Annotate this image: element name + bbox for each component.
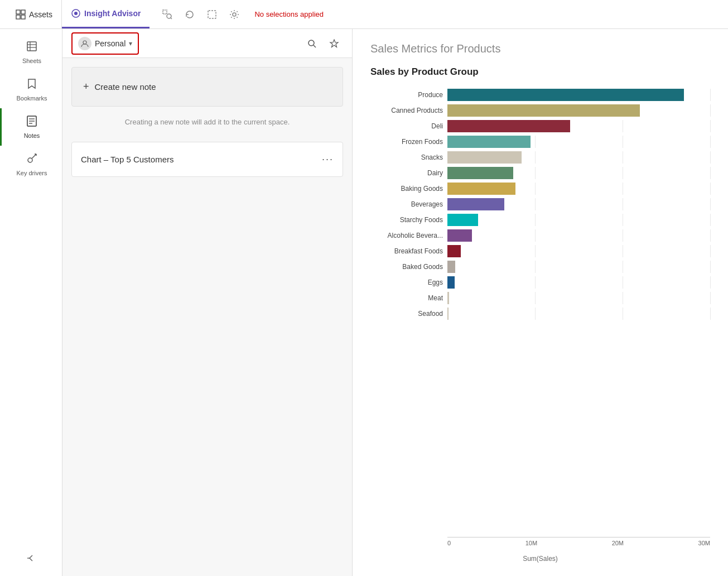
panel-header: Personal ▾ xyxy=(62,29,352,58)
bar-fill xyxy=(447,308,449,320)
notes-label: Notes xyxy=(24,132,40,139)
bar-fill xyxy=(447,214,478,226)
svg-line-26 xyxy=(314,45,316,47)
svg-rect-9 xyxy=(208,11,216,18)
chart-subtitle: Sales by Product Group xyxy=(370,66,710,78)
svg-point-25 xyxy=(308,40,314,46)
bar-label: Canned Products xyxy=(370,107,443,114)
bar-row: Canned Products xyxy=(370,104,710,117)
panel-pin-button[interactable] xyxy=(325,35,343,52)
svg-line-20 xyxy=(32,154,36,159)
bar-row: Frozen Foods xyxy=(370,136,710,148)
bar-track xyxy=(447,136,710,148)
personal-label: Personal xyxy=(95,39,126,48)
bar-row: Baked Goods xyxy=(370,261,710,273)
bar-label: Breakfast Foods xyxy=(370,247,443,255)
bar-fill xyxy=(447,198,504,210)
bookmarks-label: Bookmarks xyxy=(16,95,47,102)
bar-track xyxy=(447,245,710,257)
insight-icon xyxy=(71,8,81,18)
svg-rect-0 xyxy=(16,10,20,14)
svg-rect-6 xyxy=(163,10,167,14)
sheets-icon xyxy=(26,40,38,55)
x-label-0: 0 xyxy=(447,540,451,546)
svg-point-19 xyxy=(28,158,32,162)
bar-label: Beverages xyxy=(370,200,443,208)
plus-icon: + xyxy=(83,81,89,93)
select-back-button[interactable] xyxy=(203,6,221,23)
sidebar-item-sheets[interactable]: Sheets xyxy=(0,33,62,71)
bar-label: Baking Goods xyxy=(370,185,443,193)
main-layout: Sheets Bookmarks Notes xyxy=(0,29,728,576)
svg-point-7 xyxy=(167,14,171,18)
bar-track xyxy=(447,104,710,117)
bar-track xyxy=(447,120,710,132)
sidebar-item-notes[interactable]: Notes xyxy=(0,108,62,146)
bar-row: Starchy Foods xyxy=(370,214,710,226)
x-axis-labels: 0 10M 20M 30M xyxy=(447,537,710,546)
refresh-button[interactable] xyxy=(181,6,199,23)
notes-panel: Personal ▾ + Create new note xyxy=(62,29,353,576)
bar-chart: ProduceCanned ProductsDeliFrozen FoodsSn… xyxy=(370,89,710,532)
bar-row: Alcoholic Bevera... xyxy=(370,229,710,242)
bar-track xyxy=(447,198,710,210)
sidebar-item-key-drivers[interactable]: Key drivers xyxy=(0,146,62,183)
bar-fill xyxy=(447,292,449,304)
personal-dropdown[interactable]: Personal ▾ xyxy=(71,32,139,55)
assets-tab[interactable]: Assets xyxy=(7,0,62,28)
bar-track xyxy=(447,214,710,226)
key-drivers-label: Key drivers xyxy=(16,170,47,176)
insight-advisor-label: Insight Advisor xyxy=(84,9,141,18)
bar-label: Deli xyxy=(370,122,443,130)
panel-search-button[interactable] xyxy=(303,35,321,52)
chevron-down-icon: ▾ xyxy=(129,40,132,47)
bar-track xyxy=(447,151,710,164)
icon-sidebar: Sheets Bookmarks Notes xyxy=(0,29,62,576)
insight-advisor-tab[interactable]: Insight Advisor xyxy=(62,0,150,28)
bar-label: Produce xyxy=(370,91,443,99)
bar-fill xyxy=(447,183,515,195)
x-label-30m: 30M xyxy=(698,540,710,546)
chart-page-title: Sales Metrics for Products xyxy=(370,42,710,55)
bar-row: Seafood xyxy=(370,308,710,320)
bar-fill xyxy=(447,136,531,148)
collapse-button[interactable] xyxy=(22,549,40,567)
bar-fill xyxy=(447,120,570,132)
bar-track xyxy=(447,89,710,101)
create-note-card[interactable]: + Create new note xyxy=(71,67,343,107)
svg-rect-3 xyxy=(21,15,25,19)
sidebar-bottom xyxy=(0,549,62,576)
chart-card-title: Chart – Top 5 Customers xyxy=(81,155,173,164)
bar-label: Dairy xyxy=(370,169,443,177)
svg-point-24 xyxy=(83,41,86,44)
bar-row: Breakfast Foods xyxy=(370,245,710,257)
x-axis: 0 10M 20M 30M xyxy=(447,537,710,553)
note-menu-button[interactable]: ··· xyxy=(322,153,334,165)
bar-label: Alcoholic Bevera... xyxy=(370,232,443,239)
bar-row: Dairy xyxy=(370,167,710,179)
bar-row: Baking Goods xyxy=(370,183,710,195)
settings-button[interactable] xyxy=(225,6,243,23)
svg-point-10 xyxy=(233,13,236,16)
assets-label: Assets xyxy=(29,10,52,19)
bar-row: Produce xyxy=(370,89,710,101)
sidebar-item-bookmarks[interactable]: Bookmarks xyxy=(0,71,62,108)
bar-label: Eggs xyxy=(370,279,443,286)
bar-row: Snacks xyxy=(370,151,710,164)
bar-track xyxy=(447,308,710,320)
svg-rect-2 xyxy=(16,15,20,19)
bar-fill xyxy=(447,104,640,117)
note-chart-card[interactable]: Chart – Top 5 Customers ··· xyxy=(71,142,343,177)
bar-label: Baked Goods xyxy=(370,263,443,271)
svg-point-5 xyxy=(74,12,78,15)
bar-track xyxy=(447,261,710,273)
bar-fill xyxy=(447,151,522,164)
bar-row: Deli xyxy=(370,120,710,132)
bar-row: Eggs xyxy=(370,276,710,289)
bar-track xyxy=(447,292,710,304)
grid-icon xyxy=(16,9,26,20)
bookmarks-icon xyxy=(26,78,38,93)
search-zoom-button[interactable] xyxy=(158,6,176,23)
personal-avatar xyxy=(78,37,91,50)
bar-track xyxy=(447,276,710,289)
